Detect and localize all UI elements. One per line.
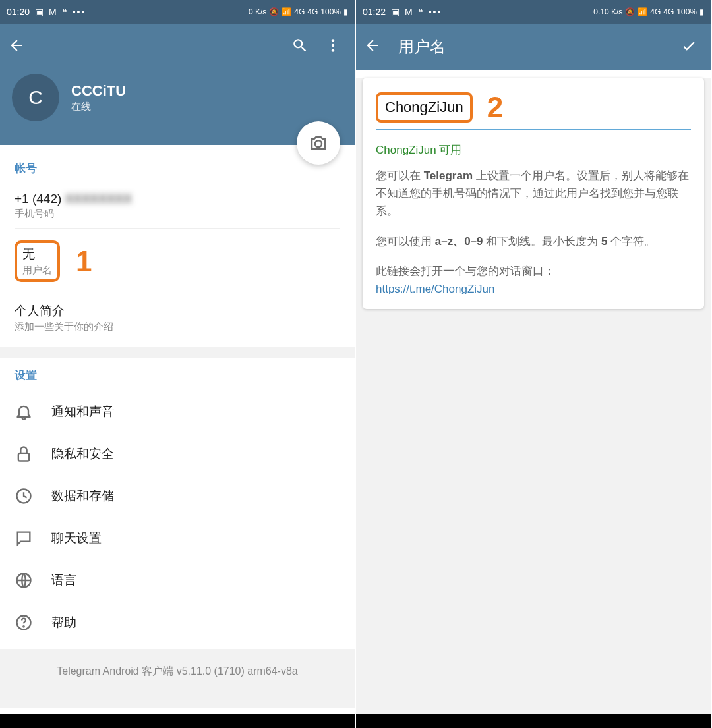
- overflow-menu-button[interactable]: [324, 37, 341, 57]
- clock-icon: [15, 487, 33, 505]
- settings-help[interactable]: 帮助: [15, 602, 340, 644]
- profile-header: C CCCiTU 在线: [0, 70, 355, 145]
- bio-hint: 添加一些关于你的介绍: [15, 321, 340, 333]
- signal-4g-2-icon: 4G: [663, 7, 674, 16]
- bell-icon: [15, 403, 33, 421]
- callout-box-1: 无 用户名: [15, 240, 60, 282]
- help-text-2: 您可以使用 a–z、0–9 和下划线。最小长度为 5 个字符。: [376, 233, 691, 250]
- battery-text: 100%: [320, 7, 341, 16]
- account-section: 帐号 +1 (442) XXXXXXXX 手机号码 无 用户名 1 个人简介 添…: [0, 145, 355, 347]
- battery-icon: ▮: [343, 7, 348, 16]
- bio-item[interactable]: 个人简介 添加一些关于你的介绍: [15, 294, 340, 341]
- phone-item[interactable]: +1 (442) XXXXXXXX 手机号码: [15, 184, 340, 229]
- mail-icon: M: [49, 7, 57, 17]
- svg-point-1: [332, 44, 334, 47]
- content-area: ChongZiJun 2 ChongZiJun 可用 您可以在 Telegram…: [356, 78, 711, 721]
- settings-privacy[interactable]: 隐私和安全: [15, 433, 340, 475]
- camera-icon: [309, 133, 328, 153]
- globe-icon: [15, 571, 33, 590]
- settings-language[interactable]: 语言: [15, 559, 340, 602]
- back-button[interactable]: [8, 37, 30, 57]
- bio-title: 个人简介: [15, 302, 340, 320]
- account-section-title: 帐号: [15, 161, 340, 176]
- appbar-title: 用户名: [386, 36, 680, 57]
- search-button[interactable]: [291, 37, 309, 57]
- svg-point-0: [332, 39, 334, 42]
- hangouts-icon: ❝: [62, 7, 67, 17]
- username-status-ok: ChongZiJun 可用: [376, 142, 691, 157]
- settings-chat[interactable]: 聊天设置: [15, 517, 340, 559]
- confirm-button[interactable]: [680, 37, 697, 57]
- username-value: 无: [22, 246, 52, 263]
- signal-4g-2-icon: 4G: [307, 7, 318, 16]
- mute-icon: 🔕: [269, 7, 279, 16]
- svg-point-2: [332, 49, 334, 51]
- phone-label: 手机号码: [15, 208, 340, 220]
- mute-icon: 🔕: [625, 7, 635, 16]
- status-bar: 01:22 ▣ M ❝ ••• 0.10 K/s 🔕 📶 4G 4G 100% …: [356, 0, 711, 24]
- android-navbar: [356, 714, 711, 728]
- phone-right: 01:22 ▣ M ❝ ••• 0.10 K/s 🔕 📶 4G 4G 100% …: [356, 0, 712, 728]
- net-speed: 0 K/s: [249, 7, 266, 16]
- profile-name: CCCiTU: [71, 82, 126, 99]
- android-navbar: [0, 714, 355, 728]
- help-icon: [15, 613, 33, 632]
- app-bar: [0, 24, 355, 70]
- input-underline: [376, 129, 691, 130]
- signal-4g-1-icon: 4G: [650, 7, 661, 16]
- signal-4g-1-icon: 4G: [294, 7, 305, 16]
- section-gap: [0, 347, 355, 358]
- callout-number-1: 1: [76, 245, 92, 278]
- version-text: Telegram Android 客户端 v5.11.0 (1710) arm6…: [0, 649, 355, 708]
- svg-point-8: [23, 626, 24, 627]
- username-label: 用户名: [22, 264, 52, 277]
- phone-blurred: XXXXXXXX: [65, 192, 132, 206]
- image-icon: ▣: [35, 7, 44, 17]
- settings-data[interactable]: 数据和存储: [15, 475, 340, 517]
- battery-icon: ▮: [699, 7, 704, 16]
- battery-text: 100%: [676, 7, 697, 16]
- wifi-icon: 📶: [282, 7, 291, 16]
- status-time: 01:20: [7, 7, 30, 17]
- username-input[interactable]: ChongZiJun: [376, 92, 473, 123]
- username-item[interactable]: 无 用户名 1: [15, 229, 340, 294]
- change-photo-button[interactable]: [297, 121, 340, 165]
- profile-link[interactable]: https://t.me/ChongZiJun: [376, 283, 691, 296]
- hangouts-icon: ❝: [418, 7, 423, 17]
- status-bar: 01:20 ▣ M ❝ ••• 0 K/s 🔕 📶 4G 4G 100% ▮: [0, 0, 355, 24]
- avatar[interactable]: C: [12, 74, 59, 121]
- settings-section-title: 设置: [15, 368, 340, 383]
- net-speed: 0.10 K/s: [593, 7, 622, 16]
- wifi-icon: 📶: [638, 7, 647, 16]
- image-icon: ▣: [391, 7, 400, 17]
- profile-status: 在线: [71, 101, 126, 113]
- phone-value: +1 (442): [15, 192, 61, 206]
- mail-icon: M: [405, 7, 413, 17]
- more-icon: •••: [73, 7, 86, 17]
- app-bar: 用户名: [356, 24, 711, 70]
- settings-notifications[interactable]: 通知和声音: [15, 391, 340, 433]
- back-button[interactable]: [364, 37, 386, 57]
- settings-section: 设置 通知和声音 隐私和安全 数据和存储 聊天设置 语言 帮助: [0, 358, 355, 649]
- svg-rect-4: [18, 453, 29, 461]
- help-text-3: 此链接会打开一个与您的对话窗口：: [376, 262, 691, 280]
- username-editor-card: ChongZiJun 2 ChongZiJun 可用 您可以在 Telegram…: [363, 78, 704, 309]
- status-time: 01:22: [363, 7, 386, 17]
- svg-point-3: [315, 140, 322, 147]
- phone-left: 01:20 ▣ M ❝ ••• 0 K/s 🔕 📶 4G 4G 100% ▮: [0, 0, 356, 728]
- help-text-1: 您可以在 Telegram 上设置一个用户名。设置后，别人将能够在不知道您的手机…: [376, 167, 691, 221]
- lock-icon: [15, 445, 33, 463]
- callout-number-2: 2: [487, 91, 503, 124]
- chat-icon: [15, 529, 33, 547]
- more-icon: •••: [429, 7, 442, 17]
